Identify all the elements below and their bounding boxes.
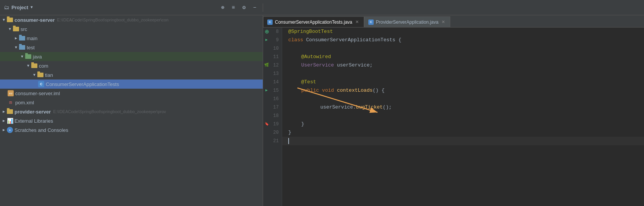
libs-icon: 📊	[7, 118, 13, 124]
chevron-right-icon: ▶	[2, 118, 6, 123]
java-folder-icon	[25, 54, 31, 60]
sidebar-item-consumer-tests[interactable]: C ConsumerServerApplicationTests	[0, 79, 263, 89]
line-num-9-run-icon[interactable]: ▶	[264, 37, 269, 43]
line-num-15: ▶ 15	[263, 86, 282, 95]
tab-provider[interactable]: C ProviderServerApplication.java ✕	[364, 16, 450, 27]
code-content[interactable]: @SpringBootTest class ConsumerServerAppl…	[282, 28, 644, 206]
chevron-right-icon: ▶	[2, 109, 6, 114]
tab-provider-label: ProviderServerApplication.java	[376, 19, 438, 25]
sidebar-item-consumer-server[interactable]: ▼ consumer-server E:\IDEACode\SpringBoot…	[0, 15, 263, 24]
sidebar-item-iml[interactable]: iml consumer-server.iml	[0, 89, 263, 98]
line-numbers: 8 ▶ 9 10 11 🌿 12 13 14 ▶ 15	[263, 28, 282, 206]
pom-icon: m	[8, 99, 14, 105]
scratches-label: Scratches and Consoles	[14, 127, 68, 133]
external-libs-label: External Libraries	[14, 118, 53, 124]
code-line-14: @Test	[282, 78, 644, 86]
code-line-19: }	[282, 120, 644, 128]
line-num-10: 10	[263, 44, 282, 53]
line-num-9: ▶ 9	[263, 36, 282, 44]
chevron-right-icon: ▶	[2, 128, 6, 132]
method-parens: () {	[373, 86, 384, 95]
call-parens: ();	[383, 103, 392, 112]
toolbar-add-icon[interactable]: ⊕	[218, 3, 227, 12]
com-folder-icon	[31, 63, 37, 69]
project-dropdown-icon[interactable]: ▼	[31, 5, 33, 10]
code-line-8: @SpringBootTest	[282, 28, 644, 36]
iml-icon: iml	[8, 90, 14, 96]
sidebar-item-main[interactable]: ▶ main	[0, 34, 263, 43]
editor-tabs: C ConsumerServerApplicationTests.java ✕ …	[263, 15, 644, 28]
code-line-13	[282, 70, 644, 78]
sidebar-item-tian[interactable]: ▼ tian	[0, 70, 263, 79]
svg-point-1	[266, 31, 268, 32]
line-num-15-run-icon[interactable]: ▶	[264, 88, 269, 93]
main-container: ▼ consumer-server E:\IDEACode\SpringBoot…	[0, 15, 644, 206]
tab-consumer-label: ConsumerServerApplicationTests.java	[275, 19, 352, 25]
sidebar-item-com[interactable]: ▼ com	[0, 61, 263, 70]
sidebar-item-java[interactable]: ▼ java	[0, 52, 263, 61]
scratches-icon: ✦	[7, 127, 13, 133]
tian-label: tian	[45, 72, 53, 78]
kw-class: class	[288, 36, 306, 44]
line-num-8-leaf-icon	[265, 29, 269, 34]
tab-close-consumer[interactable]: ✕	[355, 19, 360, 25]
module-folder-icon	[7, 17, 13, 23]
chevron-down-icon: ▼	[8, 27, 12, 31]
project-icon: 🗂	[4, 5, 9, 11]
toolbar-gear-icon[interactable]: ⚙	[240, 3, 248, 12]
code-line-10	[282, 44, 644, 53]
line-num-17: 17	[263, 103, 282, 112]
line-num-8: 8	[263, 28, 282, 36]
code-line-18	[282, 112, 644, 120]
line-num-12: 🌿 12	[263, 61, 282, 70]
sidebar-item-pom[interactable]: m pom.xml	[0, 98, 263, 107]
annotation-test: @Test	[301, 78, 316, 86]
src-folder-icon	[13, 26, 19, 32]
test-folder-icon	[19, 44, 25, 50]
sidebar-item-src[interactable]: ▼ src	[0, 24, 263, 34]
code-area: 8 ▶ 9 10 11 🌿 12 13 14 ▶ 15	[263, 28, 644, 206]
chevron-down-icon: ▼	[26, 63, 31, 68]
test-label: test	[27, 45, 35, 50]
code-line-17: userService. bugTicket ();	[282, 103, 644, 112]
tab-close-provider[interactable]: ✕	[441, 19, 446, 25]
pom-label: pom.xml	[15, 100, 34, 105]
line-num-20: 20	[263, 128, 282, 137]
tab-java-icon: C	[267, 19, 273, 25]
code-line-21	[282, 137, 644, 145]
line-num-11: 11	[263, 53, 282, 61]
title-bar-left: 🗂 Project ▼ ⊕ ≡ ⚙ −	[0, 3, 263, 12]
provider-server-label: provider-server	[14, 109, 51, 115]
provider-folder-icon	[7, 109, 13, 115]
line-num-18: 18	[263, 112, 282, 120]
sidebar-item-test[interactable]: ▼ test	[0, 43, 263, 52]
call-bugticket: bugTicket	[356, 103, 383, 112]
main-folder-icon	[19, 35, 25, 41]
code-line-20: }	[282, 128, 644, 137]
consumer-tests-label: ConsumerServerApplicationTests	[46, 81, 119, 87]
src-label: src	[21, 26, 27, 32]
code-line-9: class ConsumerServerApplicationTests {	[282, 36, 644, 44]
toolbar-minimize-icon[interactable]: −	[251, 3, 259, 12]
type-userservice: UserService	[301, 61, 337, 70]
call-userservice: userService.	[320, 103, 356, 112]
kw-void: void	[322, 86, 337, 95]
consumer-server-label: consumer-server	[14, 17, 55, 23]
line-num-16: 16	[263, 95, 282, 103]
chevron-right-icon: ▶	[14, 36, 18, 41]
java-label: java	[33, 54, 42, 60]
tab-consumer-tests[interactable]: C ConsumerServerApplicationTests.java ✕	[263, 16, 364, 27]
sidebar: ▼ consumer-server E:\IDEACode\SpringBoot…	[0, 15, 263, 206]
sidebar-item-scratches[interactable]: ▶ ✦ Scratches and Consoles	[0, 125, 263, 135]
project-title: Project	[11, 5, 28, 10]
close-brace-method: }	[301, 120, 304, 128]
sidebar-item-provider-server[interactable]: ▶ provider-server E:\IDEACode\SpringBoot…	[0, 107, 263, 116]
classname: ConsumerServerApplicationTests	[306, 36, 398, 44]
toolbar-settings-icon[interactable]: ≡	[229, 3, 238, 12]
method-contextloads: contextLoads	[337, 86, 373, 95]
editor: C ConsumerServerApplicationTests.java ✕ …	[263, 15, 644, 206]
tian-folder-icon	[37, 72, 43, 78]
field-userservice: userService;	[337, 61, 373, 70]
main-label: main	[27, 36, 37, 41]
sidebar-item-external-libs[interactable]: ▶ 📊 External Libraries	[0, 116, 263, 125]
